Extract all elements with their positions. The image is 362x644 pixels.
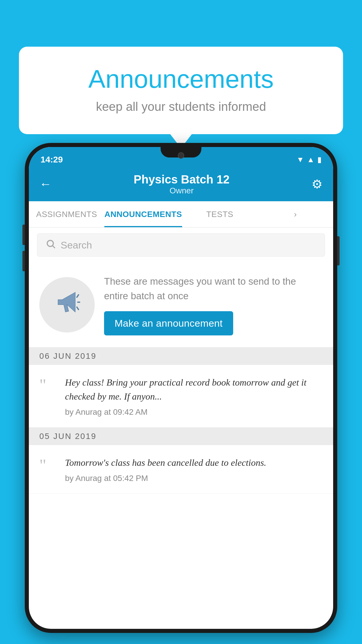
announcement-text-2: Tomorrow's class has been cancelled due …	[65, 456, 323, 470]
volume-down-button	[22, 251, 25, 271]
front-camera	[178, 152, 184, 159]
search-icon	[45, 239, 56, 252]
speech-bubble: Announcements keep all your students inf…	[19, 47, 343, 134]
search-container: Search	[29, 228, 333, 262]
megaphone-icon	[54, 289, 80, 321]
tab-more[interactable]: ›	[258, 201, 333, 227]
phone-frame: 14:29 ▼ ▲ ▮ ← Physics Batch 12 Owner ⚙	[25, 143, 337, 633]
bubble-subtitle: keep all your students informed	[39, 100, 323, 114]
header-subtitle: Owner	[133, 186, 229, 195]
svg-line-1	[53, 246, 55, 248]
quote-icon-2: "	[39, 457, 57, 483]
announcement-content-1: Hey class! Bring your practical record b…	[65, 375, 323, 417]
announce-description: These are messages you want to send to t…	[104, 274, 323, 303]
announcement-content-2: Tomorrow's class has been cancelled due …	[65, 456, 323, 483]
announcement-icon-circle	[39, 277, 95, 332]
tab-assignments[interactable]: ASSIGNMENTS	[29, 201, 104, 227]
svg-line-4	[77, 307, 79, 309]
announcement-item-2[interactable]: " Tomorrow's class has been cancelled du…	[29, 445, 333, 494]
make-announcement-button[interactable]: Make an announcement	[104, 311, 233, 335]
quote-icon: "	[39, 377, 57, 417]
svg-line-2	[77, 295, 79, 297]
announcement-prompt: These are messages you want to send to t…	[29, 262, 333, 347]
announcement-by-2: by Anurag at 05:42 PM	[65, 474, 323, 483]
search-placeholder: Search	[61, 239, 92, 251]
status-icons: ▼ ▲ ▮	[297, 155, 321, 164]
app-header: ← Physics Batch 12 Owner ⚙	[29, 167, 333, 201]
tab-tests[interactable]: TESTS	[182, 201, 258, 227]
search-bar[interactable]: Search	[37, 233, 325, 257]
announce-right: These are messages you want to send to t…	[104, 274, 323, 335]
back-button[interactable]: ←	[39, 177, 52, 191]
phone-container: 14:29 ▼ ▲ ▮ ← Physics Batch 12 Owner ⚙	[25, 143, 337, 644]
phone-notch	[161, 147, 201, 158]
date-separator-2: 05 JUN 2019	[29, 428, 333, 445]
wifi-icon: ▼	[297, 155, 304, 164]
settings-icon[interactable]: ⚙	[312, 177, 323, 191]
tab-announcements[interactable]: ANNOUNCEMENTS	[104, 201, 182, 227]
announcement-by-1: by Anurag at 09:42 AM	[65, 407, 323, 417]
volume-up-button	[22, 225, 25, 245]
battery-icon: ▮	[317, 155, 321, 164]
power-button	[337, 236, 340, 265]
status-time: 14:29	[41, 155, 63, 164]
announcement-text-1: Hey class! Bring your practical record b…	[65, 375, 323, 403]
bubble-title: Announcements	[39, 64, 323, 94]
phone-screen: 14:29 ▼ ▲ ▮ ← Physics Batch 12 Owner ⚙	[29, 147, 333, 629]
announcement-item-1[interactable]: " Hey class! Bring your practical record…	[29, 365, 333, 428]
speech-bubble-container: Announcements keep all your students inf…	[19, 47, 343, 134]
header-title: Physics Batch 12	[133, 173, 229, 186]
tabs-bar: ASSIGNMENTS ANNOUNCEMENTS TESTS ›	[29, 201, 333, 228]
header-title-group: Physics Batch 12 Owner	[133, 173, 229, 195]
date-separator-1: 06 JUN 2019	[29, 347, 333, 365]
signal-icon: ▲	[307, 155, 314, 164]
